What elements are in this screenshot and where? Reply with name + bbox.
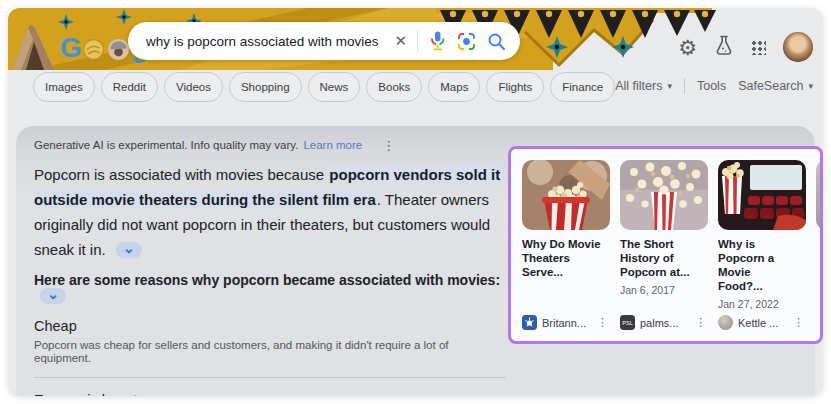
card-thumbnail: [620, 160, 708, 230]
header-actions: ⚙: [678, 32, 813, 62]
source-card[interactable]: Why is Popcorn a Movie Food?... Jan 27, …: [718, 160, 806, 330]
chevron-down-icon: ▾: [808, 81, 813, 91]
google-search-page: G gle why is popcorn associated with mov…: [8, 8, 823, 396]
toolbar-divider: [684, 78, 685, 94]
more-options-icon[interactable]: ⋮: [382, 139, 395, 152]
tab-news[interactable]: News: [308, 72, 361, 102]
card-source-name: palms...: [640, 317, 679, 329]
reason-sections: Cheap Popcorn was cheap for sellers and …: [34, 318, 506, 396]
google-apps-grid-icon[interactable]: [751, 40, 766, 55]
card-source-row: Britann... ⋮: [522, 315, 610, 330]
tab-flights[interactable]: Flights: [486, 72, 544, 102]
more-options-icon[interactable]: ⋮: [793, 316, 806, 329]
card-title: Why is Popcorn a Movie Food?...: [718, 237, 798, 293]
section-title: Economic boost: [34, 392, 506, 396]
card-source-name: Kettle ...: [738, 317, 778, 329]
source-card[interactable]: Why Do Movie Theaters Serve... Britann..…: [522, 160, 610, 330]
card-date: Jan 6, 2017: [620, 284, 708, 296]
card-thumbnail: [522, 160, 610, 230]
expand-chevron-button[interactable]: ⌄: [116, 242, 142, 258]
disclaimer-text: Generative AI is experimental. Info qual…: [34, 139, 298, 151]
all-filters-dropdown[interactable]: All filters▾: [615, 79, 672, 93]
more-options-icon[interactable]: ⋮: [695, 316, 708, 329]
tools-button[interactable]: Tools: [697, 79, 726, 93]
card-source-row: Kettle ... ⋮: [718, 315, 806, 330]
voice-search-icon[interactable]: [429, 31, 446, 51]
card-date: Jan 27, 2022: [718, 298, 806, 310]
tab-maps[interactable]: Maps: [428, 72, 480, 102]
section-divider: [34, 377, 506, 378]
settings-gear-icon[interactable]: ⚙: [678, 37, 697, 58]
expand-chevron-button[interactable]: ⌄: [40, 288, 66, 304]
screenshot-frame: G gle why is popcorn associated with mov…: [0, 0, 831, 404]
card-title: The Short History of Popcorn at...: [620, 237, 700, 279]
britannica-favicon: [522, 315, 537, 330]
reasons-intro: Here are some reasons why popcorn became…: [34, 272, 514, 304]
search-divider: [417, 30, 418, 52]
search-submit-icon[interactable]: [487, 32, 506, 51]
source-card[interactable]: The Short History of Popcorn at... Jan 6…: [620, 160, 708, 330]
card-source-row: PSL palms... ⋮: [620, 315, 708, 330]
search-input[interactable]: why is popcorn associated with movies: [146, 34, 384, 49]
logo-letter-g: G: [60, 32, 81, 64]
tab-shopping[interactable]: Shopping: [229, 72, 302, 102]
google-lens-icon[interactable]: [457, 32, 476, 51]
search-labs-icon[interactable]: [714, 35, 734, 59]
tab-books[interactable]: Books: [366, 72, 422, 102]
account-avatar[interactable]: [783, 32, 813, 62]
answer-text: Popcorn is associated with movies becaus…: [34, 166, 328, 183]
tab-videos[interactable]: Videos: [164, 72, 223, 102]
chevron-down-icon: ▾: [667, 81, 672, 91]
tab-finance[interactable]: Finance: [550, 72, 615, 102]
doodle-person-icon: [107, 38, 130, 61]
filters-toolbar: All filters▾ Tools SafeSearch▾: [615, 78, 813, 94]
palm-springs-life-favicon: PSL: [620, 315, 635, 330]
source-cards-panel: Why Do Movie Theaters Serve... Britann..…: [508, 146, 823, 344]
card-source-name: Britann...: [542, 317, 586, 329]
section-description: Popcorn was cheap for sellers and custom…: [34, 339, 506, 365]
tab-reddit[interactable]: Reddit: [101, 72, 158, 102]
partial-next-card[interactable]: [816, 160, 823, 230]
section-title: Cheap: [34, 318, 506, 334]
doodle-flatbread-icon: [82, 38, 105, 61]
ai-answer-paragraph: Popcorn is associated with movies becaus…: [34, 162, 506, 262]
tab-images[interactable]: Images: [33, 72, 95, 102]
safesearch-dropdown[interactable]: SafeSearch▾: [738, 79, 813, 93]
svg-text:PSL: PSL: [622, 320, 632, 326]
kettle-favicon: [718, 315, 733, 330]
result-filter-chips: Images Reddit Videos Shopping News Books…: [33, 72, 615, 102]
card-thumbnail: [718, 160, 806, 230]
more-options-icon[interactable]: ⋮: [597, 316, 610, 329]
clear-search-icon[interactable]: ✕: [384, 32, 417, 50]
learn-more-link[interactable]: Learn more: [303, 139, 362, 151]
search-bar[interactable]: why is popcorn associated with movies ✕: [128, 22, 520, 60]
card-title: Why Do Movie Theaters Serve...: [522, 237, 602, 279]
